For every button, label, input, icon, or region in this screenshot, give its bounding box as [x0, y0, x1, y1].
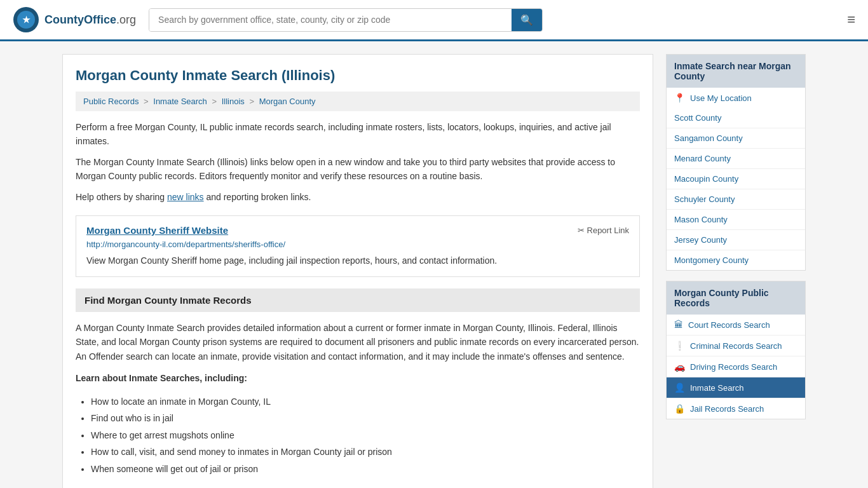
- driving-records-link[interactable]: 🚗 Driving Records Search: [667, 356, 805, 377]
- scott-county-link[interactable]: Scott County: [667, 108, 805, 128]
- jersey-county-link[interactable]: Jersey County: [667, 230, 805, 250]
- logo-suffix-text: .org: [116, 13, 136, 26]
- bullet-list: How to locate an inmate in Morgan County…: [91, 393, 640, 478]
- breadcrumb-sep-2: >: [212, 97, 219, 106]
- new-links-link[interactable]: new links: [167, 192, 204, 202]
- main-content: Morgan County Inmate Search (Illinois) P…: [62, 54, 653, 488]
- description-3-post: and reporting broken links.: [204, 192, 311, 202]
- use-my-location-item: 📍 Use My Location: [667, 88, 805, 108]
- logo: ★ CountyOffice.org: [13, 6, 136, 33]
- inmate-icon: 👤: [674, 383, 685, 393]
- resource-description: View Morgan County Sheriff home page, in…: [86, 254, 629, 268]
- criminal-records-label: Criminal Records Search: [690, 341, 782, 351]
- montgomery-county-link[interactable]: Montgomery County: [667, 250, 805, 270]
- driving-records-item: 🚗 Driving Records Search: [667, 356, 805, 377]
- public-records-header: Morgan County Public Records: [667, 281, 805, 315]
- resource-block: Morgan County Sheriff Website ✂ Report L…: [76, 215, 640, 277]
- breadcrumb-sep-3: >: [249, 97, 256, 106]
- nearby-header: Inmate Search near Morgan County: [667, 55, 805, 88]
- driving-icon: 🚗: [674, 362, 685, 372]
- mason-county-link[interactable]: Mason County: [667, 210, 805, 229]
- report-icon: ✂: [578, 226, 585, 235]
- breadcrumb-sep-1: >: [144, 97, 151, 106]
- court-records-label: Court Records Search: [688, 320, 770, 330]
- description-2: The Morgan County Inmate Search (Illinoi…: [76, 155, 640, 184]
- court-records-item: 🏛 Court Records Search: [667, 315, 805, 336]
- menu-button[interactable]: ≡: [847, 11, 855, 28]
- list-item: How to call, visit, and send money to in…: [91, 444, 640, 461]
- criminal-records-item: ❕ Criminal Records Search: [667, 336, 805, 356]
- location-icon: 📍: [674, 93, 685, 103]
- description-3: Help others by sharing new links and rep…: [76, 190, 640, 204]
- learn-header-text: Learn about Inmate Searches, including:: [76, 373, 247, 383]
- report-link-text: Report Link: [587, 226, 629, 235]
- use-my-location-link[interactable]: Use My Location: [690, 93, 752, 103]
- find-section-header: Find Morgan County Inmate Records: [76, 288, 640, 312]
- sidebar-county-item: Jersey County: [667, 230, 805, 250]
- search-button[interactable]: 🔍: [512, 9, 542, 31]
- description-1: Perform a free Morgan County, IL public …: [76, 120, 640, 149]
- sidebar-county-item: Scott County: [667, 108, 805, 128]
- criminal-icon: ❕: [674, 341, 685, 351]
- breadcrumb-morgan-county[interactable]: Morgan County: [259, 97, 316, 106]
- search-input[interactable]: [149, 9, 512, 31]
- list-item: Find out who is in jail: [91, 410, 640, 427]
- sidebar-county-item: Macoupin County: [667, 169, 805, 189]
- macoupin-county-link[interactable]: Macoupin County: [667, 169, 805, 189]
- inmate-search-item: 👤 Inmate Search: [667, 377, 805, 398]
- search-bar: 🔍: [149, 8, 543, 32]
- page-title: Morgan County Inmate Search (Illinois): [76, 67, 640, 84]
- sangamon-county-link[interactable]: Sangamon County: [667, 128, 805, 148]
- breadcrumb-illinois[interactable]: Illinois: [222, 97, 245, 106]
- jail-records-link[interactable]: 🔒 Jail Records Search: [667, 398, 805, 419]
- breadcrumb-inmate-search[interactable]: Inmate Search: [153, 97, 207, 106]
- list-item: When someone will get out of jail or pri…: [91, 461, 640, 478]
- list-item: How to locate an inmate in Morgan County…: [91, 393, 640, 410]
- breadcrumb: Public Records > Inmate Search > Illinoi…: [76, 92, 640, 111]
- public-records-list: 🏛 Court Records Search ❕ Criminal Record…: [667, 315, 805, 419]
- nearby-section: Inmate Search near Morgan County 📍 Use M…: [666, 54, 806, 271]
- schuyler-county-link[interactable]: Schuyler County: [667, 189, 805, 209]
- driving-records-label: Driving Records Search: [690, 362, 777, 372]
- find-section-body: A Morgan County Inmate Search provides d…: [76, 321, 640, 363]
- sidebar-county-item: Montgomery County: [667, 250, 805, 270]
- sidebar: Inmate Search near Morgan County 📍 Use M…: [666, 54, 806, 488]
- menard-county-link[interactable]: Menard County: [667, 149, 805, 168]
- resource-url[interactable]: http://morgancounty-il.com/departments/s…: [86, 240, 629, 249]
- inmate-search-link[interactable]: 👤 Inmate Search: [667, 377, 805, 398]
- sidebar-county-item: Mason County: [667, 210, 805, 230]
- nearby-county-list: Scott County Sangamon County Menard Coun…: [667, 108, 805, 270]
- logo-name-text: CountyOffice: [44, 13, 116, 26]
- main-container: Morgan County Inmate Search (Illinois) P…: [53, 41, 815, 488]
- learn-header: Learn about Inmate Searches, including:: [76, 371, 640, 385]
- jail-records-item: 🔒 Jail Records Search: [667, 398, 805, 419]
- court-records-link[interactable]: 🏛 Court Records Search: [667, 315, 805, 335]
- report-link[interactable]: ✂ Report Link: [578, 226, 629, 235]
- logo-text: CountyOffice.org: [44, 13, 136, 27]
- sidebar-county-item: Sangamon County: [667, 128, 805, 149]
- sidebar-county-item: Menard County: [667, 149, 805, 169]
- resource-header: Morgan County Sheriff Website ✂ Report L…: [86, 225, 629, 236]
- svg-text:★: ★: [22, 15, 31, 25]
- inmate-search-label: Inmate Search: [690, 383, 744, 393]
- criminal-records-link[interactable]: ❕ Criminal Records Search: [667, 336, 805, 356]
- logo-icon: ★: [13, 6, 39, 33]
- description-3-pre: Help others by sharing: [76, 192, 167, 202]
- jail-icon: 🔒: [674, 403, 685, 414]
- site-header: ★ CountyOffice.org 🔍 ≡: [0, 0, 868, 41]
- resource-title[interactable]: Morgan County Sheriff Website: [86, 225, 228, 236]
- list-item: Where to get arrest mugshots online: [91, 427, 640, 444]
- sidebar-county-item: Schuyler County: [667, 189, 805, 210]
- breadcrumb-public-records[interactable]: Public Records: [83, 97, 139, 106]
- court-icon: 🏛: [674, 320, 683, 330]
- public-records-section: Morgan County Public Records 🏛 Court Rec…: [666, 281, 806, 419]
- jail-records-label: Jail Records Search: [690, 404, 764, 414]
